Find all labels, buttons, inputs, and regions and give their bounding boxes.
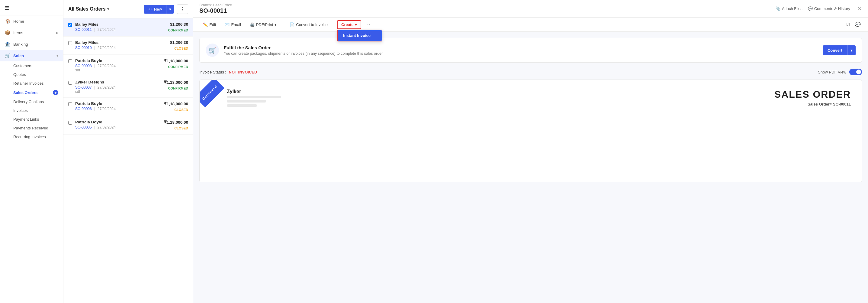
show-pdf-toggle[interactable] bbox=[849, 68, 862, 75]
list-more-button[interactable]: ⋮ bbox=[177, 4, 188, 14]
order-link-2[interactable]: SO-00010 bbox=[75, 46, 92, 50]
sidebar-item-banking[interactable]: 🏦 Banking bbox=[0, 38, 63, 50]
order-info-3: Patricia Boyle SO-00008 | 27/02/2024 sdf bbox=[75, 58, 161, 72]
order-date-1: 27/02/2024 bbox=[98, 28, 116, 32]
order-item-3[interactable]: Patricia Boyle SO-00008 | 27/02/2024 sdf… bbox=[63, 55, 193, 76]
sidebar-item-quotes[interactable]: Quotes bbox=[13, 70, 63, 79]
fulfill-desc: You can create packages, shipments or in… bbox=[224, 51, 818, 56]
order-item-6[interactable]: Patricia Boyle SO-00005 | 27/02/2024 ₹1,… bbox=[63, 116, 193, 135]
sidebar-item-retainer-invoices[interactable]: Retainer Invoices bbox=[13, 79, 63, 88]
home-icon: 🏠 bbox=[5, 19, 10, 24]
instant-invoice-button[interactable]: Instant Invoice bbox=[338, 30, 382, 41]
order-item-5[interactable]: Patricia Boyle SO-00006 | 27/02/2024 ₹1,… bbox=[63, 98, 193, 116]
sales-icon: 🛒 bbox=[5, 53, 10, 58]
order-checkbox-2[interactable] bbox=[68, 41, 72, 45]
order-amount-6: ₹1,18,000.00 CLOSED bbox=[164, 120, 188, 131]
sidebar-item-items[interactable]: 📦 Items ▶ bbox=[0, 27, 63, 38]
order-info-1: Bailey Miles SO-00011 | 27/02/2024 bbox=[75, 22, 165, 32]
order-date-6: 27/02/2024 bbox=[98, 125, 116, 130]
show-pdf-row: Show PDF View bbox=[818, 68, 862, 75]
order-amount-2: $1,206.30 CLOSED bbox=[170, 40, 188, 51]
order-meta-5: SO-00006 | 27/02/2024 bbox=[75, 107, 161, 111]
convert-main-button[interactable]: Convert bbox=[823, 45, 847, 55]
order-checkbox-4[interactable] bbox=[68, 81, 72, 85]
add-sales-order-badge[interactable]: + bbox=[53, 90, 58, 95]
list-panel: All Sales Orders ▾ + + New ▾ ⋮ Bailey Mi… bbox=[63, 0, 193, 303]
new-dropdown-button[interactable]: ▾ bbox=[166, 5, 174, 13]
order-link-1[interactable]: SO-00011 bbox=[75, 28, 92, 32]
pdf-so-title: SALES ORDER bbox=[774, 89, 851, 100]
sidebar-item-recurring-invoices[interactable]: Recurring Invoices bbox=[13, 133, 63, 141]
sidebar-item-payments-received[interactable]: Payments Received bbox=[13, 124, 63, 133]
order-name-5: Patricia Boyle bbox=[75, 101, 161, 106]
sidebar-item-delivery-challans[interactable]: Delivery Challans bbox=[13, 98, 63, 106]
order-link-6[interactable]: SO-00005 bbox=[75, 125, 92, 130]
order-checkbox-1[interactable] bbox=[68, 23, 72, 27]
convert-to-invoice-label: Convert to Invoice bbox=[296, 22, 328, 27]
sidebar-item-home[interactable]: 🏠 Home bbox=[0, 16, 63, 27]
order-link-5[interactable]: SO-00006 bbox=[75, 107, 92, 111]
order-checkbox-5[interactable] bbox=[68, 102, 72, 106]
attach-files-label: Attach Files bbox=[782, 6, 803, 11]
order-checkbox-3[interactable] bbox=[68, 59, 72, 63]
sidebar-item-invoices[interactable]: Invoices bbox=[13, 106, 63, 115]
sidebar-item-sales[interactable]: 🛒 Sales ▾ bbox=[0, 50, 63, 61]
order-amount-1: $1,206.30 CONFIRMED bbox=[168, 22, 188, 33]
convert-to-invoice-button[interactable]: 📄 Convert to Invoice bbox=[286, 21, 331, 29]
email-label: Email bbox=[231, 22, 241, 27]
sidebar-item-payment-links[interactable]: Payment Links bbox=[13, 115, 63, 124]
edit-button[interactable]: ✏️ Edit bbox=[199, 21, 220, 29]
sidebar-item-customers[interactable]: Customers bbox=[13, 61, 63, 70]
pdf-preview: Confirmed Zylker SALES ORDER Sales Order… bbox=[199, 80, 862, 182]
pdf-address-line-1 bbox=[227, 96, 281, 98]
pdf-address-line-2 bbox=[227, 100, 266, 103]
order-link-3[interactable]: SO-00008 bbox=[75, 64, 92, 68]
pdf-print-label: PDF/Print bbox=[256, 22, 273, 27]
convert-dropdown-button[interactable]: ▾ bbox=[847, 45, 856, 55]
paperclip-icon: 📎 bbox=[776, 6, 780, 11]
order-name-1: Bailey Miles bbox=[75, 22, 165, 27]
sidebar-logo: ☰ bbox=[0, 0, 63, 16]
order-date-2: 27/02/2024 bbox=[98, 46, 116, 50]
hamburger-icon[interactable]: ☰ bbox=[5, 5, 9, 10]
order-price-3: ₹1,18,000.00 bbox=[164, 58, 188, 63]
pdf-print-button[interactable]: 🖨️ PDF/Print ▾ bbox=[246, 21, 280, 29]
order-info-2: Bailey Miles SO-00010 | 27/02/2024 bbox=[75, 40, 167, 50]
toolbar-divider-2 bbox=[334, 21, 334, 28]
detail-topbar: Branch: Head Office SO-00011 📎 Attach Fi… bbox=[193, 0, 868, 18]
fulfill-banner: 🛒 Fulfill the Sales Order You can create… bbox=[199, 38, 862, 63]
list-title[interactable]: All Sales Orders ▾ bbox=[68, 6, 141, 12]
order-amount-3: ₹1,18,000.00 CONFIRMED bbox=[164, 58, 188, 69]
convert-button-group: Convert ▾ bbox=[823, 45, 856, 55]
pdf-company-block: Zylker bbox=[227, 89, 281, 107]
order-date-5: 27/02/2024 bbox=[98, 107, 116, 111]
order-checkbox-6[interactable] bbox=[68, 121, 72, 125]
show-pdf-view-label: Show PDF View bbox=[818, 70, 846, 74]
message-icon-button[interactable]: 💬 bbox=[854, 21, 862, 29]
order-item-2[interactable]: Bailey Miles SO-00010 | 27/02/2024 $1,20… bbox=[63, 36, 193, 55]
order-link-4[interactable]: SO-00007 bbox=[75, 85, 92, 89]
email-button[interactable]: ✉️ Email bbox=[221, 21, 245, 29]
checkmark-icon-button[interactable]: ☑ bbox=[844, 21, 851, 29]
sales-orders-label: Sales Orders bbox=[13, 90, 37, 95]
order-item-1[interactable]: Bailey Miles SO-00011 | 27/02/2024 $1,20… bbox=[63, 19, 193, 36]
order-name-3: Patricia Boyle bbox=[75, 58, 161, 63]
sidebar-item-sales-label: Sales bbox=[13, 54, 24, 58]
detail-toolbar: ✏️ Edit ✉️ Email 🖨️ PDF/Print ▾ 📄 Conver… bbox=[193, 18, 868, 32]
edit-icon: ✏️ bbox=[203, 22, 208, 27]
list-title-text: All Sales Orders bbox=[68, 6, 106, 12]
order-item-4[interactable]: Zylker Designs SO-00007 | 27/02/2024 sdf… bbox=[63, 76, 193, 98]
order-info-5: Patricia Boyle SO-00006 | 27/02/2024 bbox=[75, 101, 161, 111]
order-name-4: Zylker Designs bbox=[75, 80, 161, 84]
toolbar-more-button[interactable]: ⋯ bbox=[363, 20, 373, 29]
order-status-4: CONFIRMED bbox=[164, 86, 188, 91]
pdf-so-number: Sales Order# SO-00011 bbox=[774, 102, 851, 106]
fulfill-cart-icon: 🛒 bbox=[206, 44, 219, 57]
attach-files-button[interactable]: 📎 Attach Files bbox=[776, 6, 803, 11]
banking-icon: 🏦 bbox=[5, 42, 10, 47]
sidebar-item-sales-orders[interactable]: Sales Orders + bbox=[13, 88, 63, 98]
new-button[interactable]: + + New bbox=[144, 5, 166, 13]
create-button[interactable]: Create ▾ bbox=[337, 20, 361, 29]
comments-history-button[interactable]: 💬 Comments & History bbox=[808, 6, 850, 11]
close-button[interactable]: ✕ bbox=[856, 5, 862, 12]
